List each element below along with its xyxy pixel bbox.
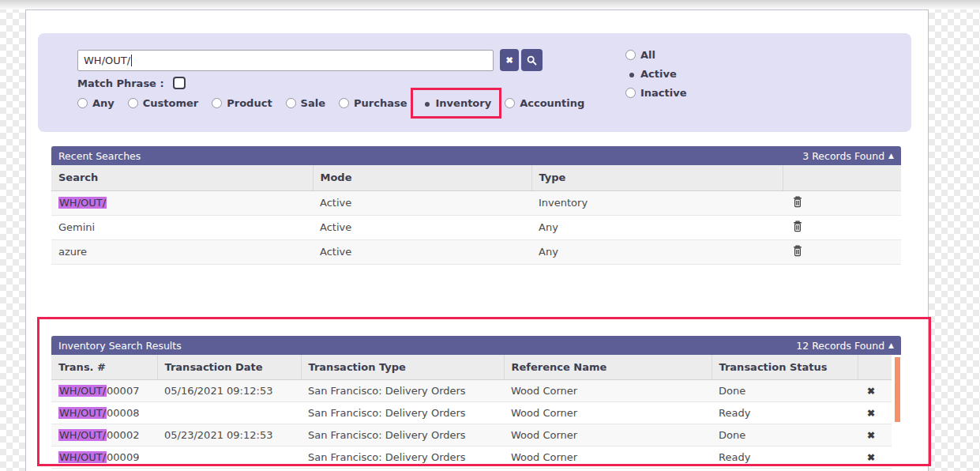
col-reference-name: Reference Name: [504, 355, 712, 379]
remove-result-button[interactable]: ✖: [867, 430, 875, 441]
radio-selected-icon: [625, 69, 636, 79]
col-transaction-status: Transaction Status: [712, 355, 858, 379]
table-row: WH/OUT/00009 San Francisco: Delivery Ord…: [51, 446, 892, 468]
recent-records-found[interactable]: 3 Records Found ▲: [802, 150, 894, 162]
radio-circle-icon: [128, 98, 138, 108]
content-panel: WH/OUT/ ✖ Match Phrase :: [25, 9, 929, 471]
table-row: WH/OUT/ Active Inventory: [51, 190, 901, 215]
radio-circle-icon: [625, 88, 636, 98]
search-query-text: WH/OUT/: [84, 55, 130, 66]
trash-icon: [793, 245, 802, 257]
results-records-found[interactable]: 12 Records Found ▲: [796, 340, 894, 352]
radio-inactive[interactable]: Inactive: [625, 87, 687, 99]
search-input[interactable]: WH/OUT/: [77, 50, 494, 71]
radio-sale[interactable]: Sale: [286, 97, 325, 109]
col-type: Type: [531, 165, 783, 190]
highlighted-search-term: WH/OUT/: [58, 197, 107, 209]
table-row: WH/OUT/00008 San Francisco: Delivery Ord…: [51, 401, 892, 424]
radio-circle-icon: [286, 98, 296, 108]
remove-result-button[interactable]: ✖: [867, 408, 875, 419]
trash-icon: [793, 196, 802, 208]
highlighted-prefix: WH/OUT/: [58, 407, 107, 419]
radio-product[interactable]: Product: [212, 97, 272, 109]
radio-circle-icon: [212, 98, 222, 108]
highlighted-prefix: WH/OUT/: [58, 429, 107, 441]
results-title: Inventory Search Results: [58, 340, 182, 352]
remove-icon: ✖: [867, 408, 875, 419]
radio-circle-icon: [77, 98, 88, 108]
delete-recent-search-button[interactable]: [793, 196, 802, 208]
recent-searches-title: Recent Searches: [58, 150, 141, 162]
search-panel: WH/OUT/ ✖ Match Phrase :: [38, 33, 911, 132]
col-mode: Mode: [313, 165, 531, 190]
clear-search-button[interactable]: ✖: [500, 49, 519, 71]
radio-any[interactable]: Any: [77, 97, 115, 109]
remove-result-button[interactable]: ✖: [867, 452, 875, 463]
table-row: WH/OUT/00007 05/16/2021 09:12:53 San Fra…: [51, 379, 892, 401]
radio-inventory[interactable]: Inventory: [421, 97, 492, 109]
col-transaction-type: Transaction Type: [301, 355, 504, 379]
recent-searches-titlebar: Recent Searches 3 Records Found ▲: [51, 146, 901, 165]
col-transaction-date: Transaction Date: [157, 355, 301, 379]
highlighted-prefix: WH/OUT/: [58, 451, 107, 463]
radio-customer[interactable]: Customer: [128, 97, 198, 109]
match-phrase-checkbox[interactable]: [173, 77, 186, 89]
recent-searches-table: Search Mode Type WH/OUT/ Active Inventor…: [51, 165, 901, 265]
col-search: Search: [51, 165, 313, 190]
recent-header-row: Search Mode Type: [51, 165, 901, 190]
col-trans-number: Trans. #: [51, 355, 157, 379]
radio-circle-icon: [339, 98, 349, 108]
highlighted-prefix: WH/OUT/: [58, 385, 107, 397]
clear-icon: ✖: [505, 55, 513, 66]
radio-all[interactable]: All: [625, 49, 687, 61]
collapse-icon: ▲: [888, 153, 894, 160]
radio-accounting[interactable]: Accounting: [505, 97, 584, 109]
annotation-box-inventory: Inventory: [411, 88, 502, 119]
results-header-row: Trans. # Transaction Date Transaction Ty…: [51, 355, 892, 379]
match-phrase-label: Match Phrase :: [77, 77, 164, 89]
radio-selected-icon: [421, 98, 431, 108]
remove-icon: ✖: [867, 452, 875, 463]
window-top-gradient: [0, 0, 980, 9]
screenshot-root: WH/OUT/ ✖ Match Phrase :: [0, 0, 980, 471]
col-actions: [858, 355, 892, 379]
remove-icon: ✖: [867, 430, 875, 441]
table-row: azure Active Any: [51, 239, 901, 264]
collapse-icon: ▲: [888, 342, 894, 349]
results-scrollbar-thumb[interactable]: [895, 357, 900, 422]
radio-circle-icon: [625, 50, 636, 60]
trash-icon: [793, 220, 802, 232]
inventory-results-table: Trans. # Transaction Date Transaction Ty…: [51, 355, 892, 469]
table-row: Gemini Active Any: [51, 215, 901, 239]
status-radio-group: All Active Inactive: [625, 49, 687, 99]
delete-recent-search-button[interactable]: [793, 245, 802, 257]
remove-icon: ✖: [867, 386, 875, 397]
text-caret: [131, 55, 132, 66]
search-icon: [527, 55, 537, 66]
delete-recent-search-button[interactable]: [793, 220, 802, 232]
match-phrase-row: Match Phrase :: [77, 77, 186, 89]
search-type-radio-group: Any Customer Product Sale Purchase: [77, 97, 584, 109]
col-actions: [783, 165, 901, 190]
search-button[interactable]: [521, 49, 543, 71]
radio-active[interactable]: Active: [625, 68, 687, 80]
radio-circle-icon: [505, 98, 515, 108]
table-row: WH/OUT/00002 05/23/2021 09:12:53 San Fra…: [51, 424, 892, 446]
radio-purchase[interactable]: Purchase: [339, 97, 407, 109]
remove-result-button[interactable]: ✖: [867, 386, 875, 397]
results-titlebar: Inventory Search Results 12 Records Foun…: [51, 336, 901, 355]
